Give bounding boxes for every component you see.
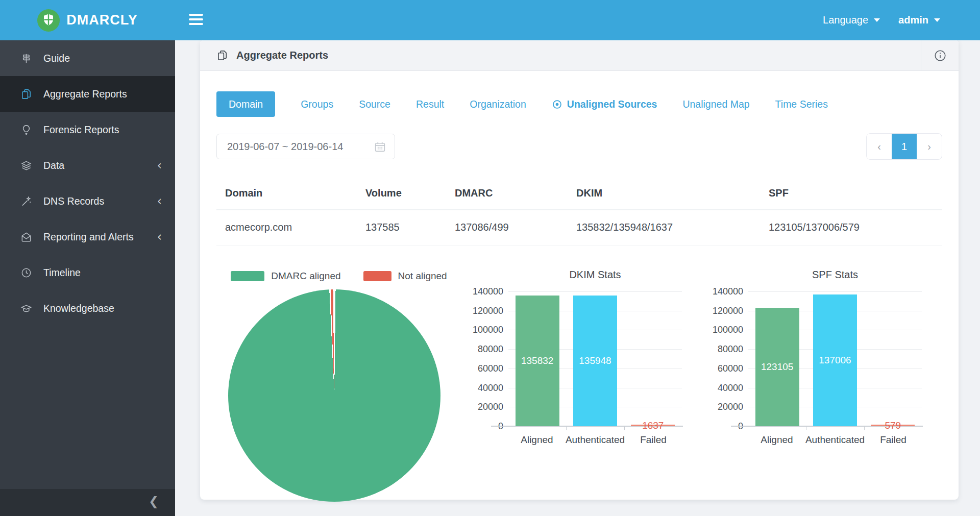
- tab-domain[interactable]: Domain: [216, 91, 275, 117]
- sidebar-item-data[interactable]: Data ‹: [0, 148, 175, 183]
- user-dropdown[interactable]: admin: [898, 14, 940, 26]
- y-tick-label: 80000: [472, 343, 503, 355]
- tab-groups[interactable]: Groups: [301, 99, 333, 110]
- pie-legend: DMARC aligned Not aligned: [216, 269, 461, 283]
- info-button[interactable]: [921, 40, 959, 70]
- sidebar-item-aggregate-reports[interactable]: Aggregate Reports: [0, 76, 175, 112]
- pagination-page-1[interactable]: 1: [892, 134, 917, 159]
- chevron-right-icon: ›: [927, 141, 931, 153]
- sidebar-item-label: DNS Records: [43, 195, 104, 207]
- plot-area: 1358321359481637: [508, 291, 682, 426]
- lightbulb-icon: [20, 124, 32, 136]
- graduation-cap-icon: [20, 303, 32, 314]
- sidebar-item-label: Knowledgebase: [43, 303, 114, 314]
- x-axis-label: Aligned: [508, 434, 566, 446]
- layers-icon: [20, 160, 32, 171]
- sidebar-collapse-button[interactable]: ❮: [0, 489, 175, 516]
- bar-authenticated: 135948: [573, 296, 617, 426]
- mail-open-icon: [20, 231, 32, 243]
- tab-organization[interactable]: Organization: [470, 99, 526, 110]
- tab-time-series[interactable]: Time Series: [775, 99, 828, 110]
- y-tick-label: 40000: [472, 382, 503, 394]
- sidebar-item-label: Timeline: [43, 267, 81, 279]
- cell-volume: 137585: [357, 210, 446, 246]
- x-axis-label: Authenticated: [566, 434, 625, 446]
- y-tick-label: 100000: [712, 324, 743, 335]
- target-icon: [552, 99, 562, 110]
- plot-area: 123105137006579: [748, 291, 922, 426]
- sidebar-item-label: Data: [43, 160, 64, 171]
- sidebar-item-label: Reporting and Alerts: [43, 231, 134, 243]
- x-axis-label: Authenticated: [805, 434, 865, 446]
- language-dropdown[interactable]: Language: [823, 14, 880, 26]
- bar-authenticated: 137006: [813, 294, 857, 426]
- bar-slot: 135948: [566, 291, 624, 426]
- chevron-left-icon: ‹: [157, 219, 162, 255]
- sidebar-item-knowledgebase[interactable]: Knowledgebase: [0, 290, 175, 326]
- y-tick-label: 140000: [472, 286, 503, 297]
- tab-unaligned-map[interactable]: Unaligned Map: [682, 99, 749, 110]
- sidebar-item-timeline[interactable]: Timeline: [0, 255, 175, 290]
- bar-value-label: 579: [842, 420, 944, 431]
- tab-unaligned-sources[interactable]: Unaligned Sources: [552, 99, 657, 110]
- sidebar-item-forensic-reports[interactable]: Forensic Reports: [0, 112, 175, 148]
- dmarc-alignment-pie-block: DMARC aligned Not aligned: [216, 269, 461, 502]
- sidebar-nav: Guide Aggregate Reports Forensic Reports…: [0, 40, 175, 516]
- legend-swatch-not-aligned: [363, 271, 391, 281]
- column-header-spf: SPF: [760, 178, 942, 210]
- chevron-down-icon: [934, 18, 940, 22]
- language-label: Language: [823, 14, 868, 26]
- chart-title: SPF Stats: [748, 269, 922, 283]
- report-tabs: Domain Groups Source Result Organization…: [200, 71, 959, 117]
- cell-domain: acmecorp.com: [216, 210, 357, 246]
- column-header-dkim: DKIM: [568, 178, 760, 210]
- bar-failed: 1637: [631, 425, 675, 426]
- table-row: acmecorp.com 137585 137086/499 135832/13…: [216, 210, 942, 246]
- sidebar-item-reporting-and-alerts[interactable]: Reporting and Alerts ‹: [0, 219, 175, 255]
- page-title: Aggregate Reports: [236, 50, 328, 61]
- y-tick-label: 140000: [712, 286, 743, 297]
- x-tick-mark: [566, 427, 567, 430]
- pagination-next-button[interactable]: ›: [917, 134, 942, 159]
- y-tick-label: 100000: [472, 324, 503, 335]
- top-bar: DMARCLY Language admin: [0, 0, 980, 40]
- sidebar-item-label: Forensic Reports: [43, 124, 119, 136]
- legend-label-not-aligned: Not aligned: [398, 271, 447, 282]
- tab-source[interactable]: Source: [359, 99, 390, 110]
- spf-stats-chart: SPF Stats 020000400006000080000100000120…: [712, 269, 941, 502]
- aggregate-reports-card: Aggregate Reports Domain Groups Source R…: [200, 40, 959, 500]
- x-axis-labels: AlignedAuthenticatedFailed: [748, 434, 922, 446]
- x-axis-label: Failed: [865, 434, 922, 446]
- chart-title: DKIM Stats: [508, 269, 682, 283]
- tab-result[interactable]: Result: [416, 99, 444, 110]
- date-range-value: 2019-06-07 ~ 2019-06-14: [227, 141, 343, 153]
- date-range-picker[interactable]: 2019-06-07 ~ 2019-06-14: [216, 134, 395, 159]
- cell-dkim: 135832/135948/1637: [568, 210, 760, 246]
- pagination: ‹ 1 ›: [866, 133, 942, 160]
- bar-value-label: 135948: [544, 355, 646, 366]
- chevron-left-icon: ❮: [149, 494, 159, 508]
- table-header-row: Domain Volume DMARC DKIM SPF: [216, 178, 942, 210]
- chevron-left-icon: ‹: [157, 183, 162, 219]
- pagination-prev-button[interactable]: ‹: [867, 134, 892, 159]
- shield-logo-icon: [37, 9, 60, 32]
- legend-label-dmarc-aligned: DMARC aligned: [271, 271, 340, 282]
- sidebar-item-guide[interactable]: Guide: [0, 40, 175, 76]
- calendar-icon: [374, 140, 386, 153]
- x-axis-label: Failed: [625, 434, 682, 446]
- cell-spf: 123105/137006/579: [760, 210, 942, 246]
- x-tick-mark: [806, 427, 806, 430]
- card-header: Aggregate Reports: [200, 40, 959, 71]
- sidebar-item-dns-records[interactable]: DNS Records ‹: [0, 183, 175, 219]
- chevron-left-icon: ‹: [877, 141, 881, 153]
- sidebar-item-label: Aggregate Reports: [43, 88, 127, 100]
- dkim-stats-chart: DKIM Stats 02000040000600008000010000012…: [472, 269, 701, 502]
- y-tick-label: 80000: [712, 343, 743, 355]
- clock-icon: [20, 267, 32, 279]
- x-axis-labels: AlignedAuthenticatedFailed: [508, 434, 682, 446]
- brand-logo[interactable]: DMARCLY: [0, 0, 175, 40]
- y-tick-label: 40000: [712, 382, 743, 394]
- signpost-icon: [20, 53, 32, 64]
- brand-name: DMARCLY: [66, 12, 138, 28]
- hamburger-menu-icon[interactable]: [189, 14, 203, 25]
